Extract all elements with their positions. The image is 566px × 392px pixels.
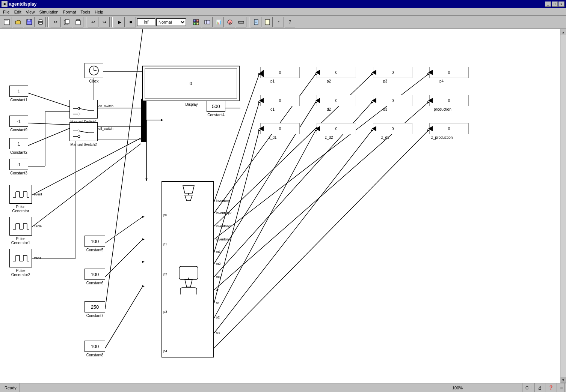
switch2-label: Manual Switch2 [66, 143, 101, 147]
model-explorer-button[interactable] [202, 17, 213, 27]
w-label: w [216, 288, 219, 292]
pulse1-block[interactable] [9, 217, 32, 236]
pulse0-block[interactable] [9, 185, 32, 204]
disp-zd2[interactable]: 0 [317, 123, 356, 134]
const3-label: Constant3 [8, 171, 30, 175]
disp-d2[interactable]: 0 [317, 95, 356, 106]
canvas-area[interactable]: Clock 1 Constant1 -1 Constant9 1 Constan… [0, 29, 560, 383]
svg-line-29 [28, 93, 73, 108]
status-help[interactable]: ❓ [545, 383, 557, 392]
pulse2-block[interactable] [9, 249, 32, 267]
pulse2-label: PulseGenerator2 [6, 269, 36, 277]
const1-block[interactable]: 1 [9, 86, 28, 97]
svg-rect-126 [179, 266, 198, 279]
zd1-arrow [259, 126, 264, 131]
scroll-track[interactable] [560, 35, 566, 377]
main-area: Clock 1 Constant1 -1 Constant9 1 Constan… [0, 29, 566, 383]
const8-block[interactable]: 100 [85, 341, 105, 352]
status-info2 [511, 383, 522, 392]
params-button[interactable] [236, 17, 246, 27]
clock-label: Clock [85, 79, 103, 83]
menu-view[interactable]: View [24, 9, 37, 15]
disp-p2-label: p2 [327, 79, 331, 83]
menu-tools[interactable]: Tools [78, 9, 93, 15]
menu-simulation[interactable]: Simulation [37, 9, 60, 15]
const6-block[interactable]: 100 [85, 269, 105, 280]
disp-d1-label: d1 [270, 107, 275, 111]
help-toolbar-button[interactable]: ? [285, 17, 295, 27]
svg-rect-16 [205, 20, 210, 24]
svg-text:D: D [229, 21, 231, 24]
disp-p2[interactable]: 0 [317, 67, 356, 78]
sim-mode-select[interactable]: Normal Accelerator [156, 18, 186, 26]
close-button[interactable]: × [558, 2, 564, 7]
sim-time-input[interactable]: inf [137, 18, 155, 26]
svg-line-49 [105, 217, 143, 243]
status-print[interactable]: 🖨 [535, 383, 545, 392]
disp-p4[interactable]: 0 [429, 67, 469, 78]
off-switch-label: off_switch [98, 127, 113, 131]
switch1-block[interactable] [69, 100, 98, 119]
svg-line-51 [105, 239, 143, 277]
app-icon: ■ [2, 1, 8, 7]
const3-block[interactable]: -1 [9, 159, 28, 170]
p1-arrow [259, 70, 264, 77]
run-button[interactable]: ▶ [114, 17, 125, 27]
cut-button[interactable]: ✂ [50, 17, 61, 27]
copy-button[interactable] [62, 17, 72, 27]
const6-label: Constant6 [81, 281, 109, 285]
print-button[interactable] [35, 17, 46, 27]
const5-block[interactable]: 100 [85, 236, 105, 247]
paste-button[interactable] [73, 17, 83, 27]
menu-file[interactable]: File [1, 9, 12, 15]
display-block[interactable]: 0 [142, 66, 240, 101]
minimize-button[interactable]: _ [545, 2, 551, 7]
clock-block[interactable] [85, 63, 103, 78]
pulse0-label: PulseGenerator [6, 205, 36, 213]
undo-button[interactable]: ↩ [88, 17, 98, 27]
new-button[interactable] [2, 17, 12, 27]
scroll-up-button[interactable]: ▲ [560, 29, 566, 35]
window-title: agentdisplay [9, 2, 36, 7]
disp-zd1[interactable]: 0 [260, 123, 300, 134]
menu-edit[interactable]: Edit [12, 9, 24, 15]
status-expand[interactable]: ≡ [557, 383, 564, 392]
data-button[interactable]: D [225, 17, 235, 27]
disp-d3[interactable]: 0 [373, 95, 412, 106]
const9-block[interactable]: -1 [9, 116, 28, 127]
inventory4-label: inventory4 [216, 237, 232, 241]
stop-button[interactable]: ■ [125, 17, 136, 27]
toolbar-sep3 [111, 17, 113, 27]
maximize-button[interactable]: □ [552, 2, 558, 7]
disp-d2-label: d2 [327, 107, 331, 111]
disp-zprod[interactable]: 0 [429, 123, 469, 134]
const2-block[interactable]: 1 [9, 138, 28, 149]
disp-production[interactable]: 0 [429, 95, 469, 106]
window-controls[interactable]: _ □ × [545, 2, 564, 7]
switch2-block[interactable] [69, 122, 98, 141]
toolbar-sep4 [188, 17, 189, 27]
subsystem-block[interactable] [161, 181, 214, 357]
toolbox-button[interactable]: ↑ [273, 17, 284, 27]
o2-label: o2 [216, 315, 220, 319]
profile-button[interactable] [262, 17, 273, 27]
p2-port-label: p2 [163, 272, 167, 276]
signals-button[interactable]: 📊 [213, 17, 224, 27]
library-button[interactable] [191, 17, 201, 27]
disp-p3[interactable]: 0 [373, 67, 412, 78]
save-button[interactable] [24, 17, 35, 27]
const4-block[interactable]: 500 [207, 101, 225, 112]
redo-button[interactable]: ↪ [99, 17, 110, 27]
open-button[interactable] [13, 17, 23, 27]
svg-rect-3 [28, 20, 30, 21]
const7-block[interactable]: 250 [85, 301, 105, 312]
svg-marker-123 [183, 186, 194, 193]
menu-format[interactable]: Format [61, 9, 78, 15]
scroll-down-button[interactable]: ▼ [560, 377, 566, 383]
vertical-scrollbar[interactable]: ▲ ▼ [560, 29, 566, 383]
debug-button[interactable] [251, 17, 261, 27]
disp-zd3[interactable]: 0 [373, 123, 412, 134]
disp-d1[interactable]: 0 [260, 95, 300, 106]
menu-help[interactable]: Help [92, 9, 106, 15]
disp-p1[interactable]: 0 [260, 67, 300, 78]
